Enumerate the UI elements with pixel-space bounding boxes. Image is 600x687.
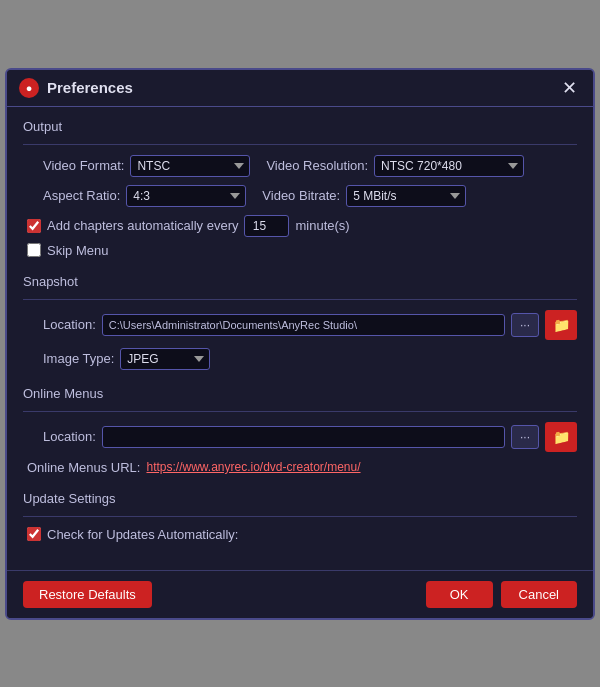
image-type-field: Image Type: JPEG PNG BMP [43,348,210,370]
check-updates-checkbox[interactable] [27,527,41,541]
footer-right: OK Cancel [426,581,577,608]
snapshot-browse-dots-button[interactable]: ··· [511,313,539,337]
online-menus-section-title: Online Menus [23,386,577,401]
video-resolution-label: Video Resolution: [266,158,368,173]
cancel-button[interactable]: Cancel [501,581,577,608]
image-type-dropdown[interactable]: JPEG PNG BMP [120,348,210,370]
aspect-bitrate-row: Aspect Ratio: 4:3 16:9 Video Bitrate: 5 … [23,185,577,207]
update-settings-section: Update Settings Check for Updates Automa… [23,491,577,542]
video-bitrate-dropdown[interactable]: 5 MBit/s 6 MBit/s 8 MBit/s [346,185,466,207]
dialog-body: Output Video Format: NTSC PAL Video Reso… [7,107,593,570]
add-chapters-label: Add chapters automatically every [47,218,238,233]
video-format-dropdown[interactable]: NTSC PAL [130,155,250,177]
output-section-title: Output [23,119,577,134]
check-updates-label: Check for Updates Automatically: [47,527,238,542]
footer-left: Restore Defaults [23,581,152,608]
online-menus-browse-dots-button[interactable]: ··· [511,425,539,449]
snapshot-location-input[interactable] [102,314,505,336]
add-chapters-spinbox[interactable] [244,215,289,237]
check-updates-row: Check for Updates Automatically: [23,527,577,542]
online-menus-location-input[interactable] [102,426,505,448]
video-format-label: Video Format: [43,158,124,173]
app-icon: ● [19,78,39,98]
format-resolution-row: Video Format: NTSC PAL Video Resolution:… [23,155,577,177]
preferences-dialog: ● Preferences ✕ Output Video Format: NTS… [5,68,595,620]
video-bitrate-field: Video Bitrate: 5 MBit/s 6 MBit/s 8 MBit/… [262,185,466,207]
add-chapters-unit: minute(s) [295,218,349,233]
update-settings-title: Update Settings [23,491,577,506]
snapshot-section: Snapshot Location: ··· 📁 Image Type: JPE… [23,274,577,370]
online-menus-browse-folder-button[interactable]: 📁 [545,422,577,452]
skip-menu-label: Skip Menu [47,243,108,258]
close-button[interactable]: ✕ [558,79,581,97]
online-url-label: Online Menus URL: [27,460,140,475]
title-bar-left: ● Preferences [19,78,133,98]
video-format-field: Video Format: NTSC PAL [43,155,250,177]
snapshot-folder-icon: 📁 [553,317,570,333]
image-type-row: Image Type: JPEG PNG BMP [23,348,577,370]
add-chapters-row: Add chapters automatically every minute(… [23,215,577,237]
image-type-label: Image Type: [43,351,114,366]
online-menus-section: Online Menus Location: ··· 📁 Online Menu… [23,386,577,475]
video-bitrate-label: Video Bitrate: [262,188,340,203]
snapshot-browse-folder-button[interactable]: 📁 [545,310,577,340]
ok-button[interactable]: OK [426,581,493,608]
snapshot-location-row: Location: ··· 📁 [23,310,577,340]
snapshot-location-label: Location: [43,317,96,332]
restore-defaults-button[interactable]: Restore Defaults [23,581,152,608]
dialog-title: Preferences [47,79,133,96]
skip-menu-checkbox[interactable] [27,243,41,257]
aspect-ratio-label: Aspect Ratio: [43,188,120,203]
aspect-ratio-dropdown[interactable]: 4:3 16:9 [126,185,246,207]
online-menus-location-row: Location: ··· 📁 [23,422,577,452]
add-chapters-checkbox[interactable] [27,219,41,233]
dialog-footer: Restore Defaults OK Cancel [7,570,593,618]
online-menus-folder-icon: 📁 [553,429,570,445]
aspect-ratio-field: Aspect Ratio: 4:3 16:9 [43,185,246,207]
skip-menu-row: Skip Menu [23,243,577,258]
video-resolution-field: Video Resolution: NTSC 720*480 PAL 720*5… [266,155,524,177]
online-url-row: Online Menus URL: https://www.anyrec.io/… [23,460,577,475]
output-section: Output Video Format: NTSC PAL Video Reso… [23,119,577,258]
online-menus-url-link[interactable]: https://www.anyrec.io/dvd-creator/menu/ [146,460,360,474]
snapshot-section-title: Snapshot [23,274,577,289]
online-menus-location-label: Location: [43,429,96,444]
title-bar: ● Preferences ✕ [7,70,593,107]
video-resolution-dropdown[interactable]: NTSC 720*480 PAL 720*576 [374,155,524,177]
